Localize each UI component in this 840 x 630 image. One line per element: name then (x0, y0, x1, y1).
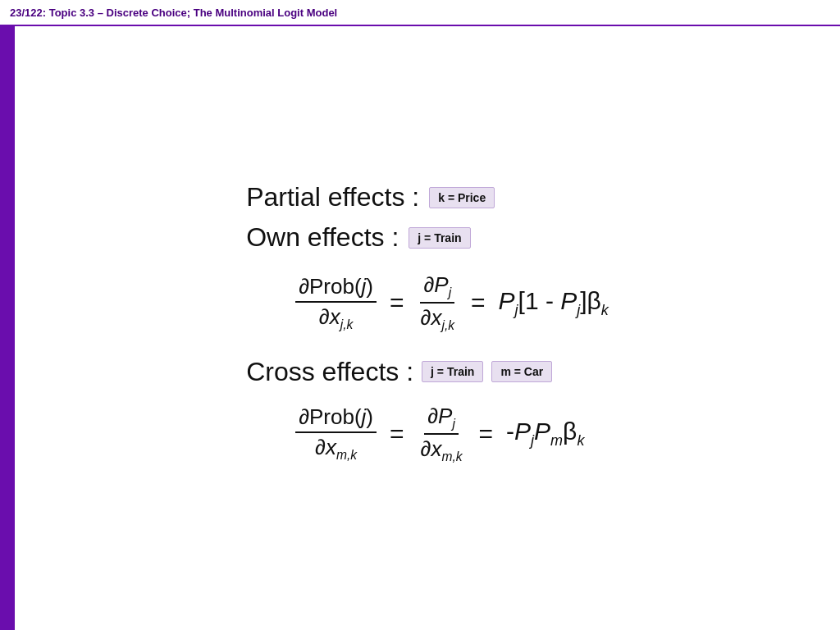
main-content: Partial effects : k = Price Own effects … (15, 26, 840, 630)
fraction-cross-right: ∂Pj ∂xm,k (418, 404, 466, 464)
fraction-own-right-numerator: ∂Pj (420, 272, 454, 304)
cross-rhs: -PjPmβk (506, 418, 584, 450)
header-bar: 23/122: Topic 3.3 – Discrete Choice; The… (0, 0, 840, 26)
cross-effects-label: Cross effects : (246, 357, 413, 387)
badge-train-own: j = Train (409, 227, 470, 249)
fraction-own-right: ∂Pj ∂xj,k (418, 272, 458, 333)
fraction-own-left: ∂Prob(j) ∂xj,k (295, 274, 377, 332)
badge-price: k = Price (429, 187, 495, 208)
partial-effects-label: Partial effects : (246, 182, 419, 212)
content-block: Partial effects : k = Price Own effects … (246, 182, 609, 474)
own-formula-row: ∂Prob(j) ∂xj,k = ∂Pj ∂xj,k = Pj[1 - Pj]β… (295, 272, 609, 333)
left-accent-bar (0, 26, 15, 630)
fraction-cross-right-numerator: ∂Pj (424, 404, 459, 435)
fraction-cross-right-denominator: ∂xm,k (418, 435, 466, 464)
fraction-cross-numerator: ∂Prob(j) (295, 404, 377, 433)
fraction-cross-denominator: ∂xm,k (312, 433, 360, 463)
own-rhs: Pj[1 - Pj]βk (499, 287, 609, 319)
fraction-own-denominator: ∂xj,k (316, 303, 356, 332)
partial-effects-row: Partial effects : k = Price (246, 182, 495, 212)
badge-train-cross: j = Train (422, 361, 483, 382)
equals-4: = (479, 420, 494, 448)
cross-formula-row: ∂Prob(j) ∂xm,k = ∂Pj ∂xm,k = -PjPmβk (295, 404, 584, 464)
own-effects-row: Own effects : j = Train (246, 222, 470, 253)
badge-car: m = Car (491, 361, 552, 382)
equals-3: = (390, 420, 404, 448)
own-effects-label: Own effects : (246, 222, 399, 253)
header-title: 23/122: Topic 3.3 – Discrete Choice; The… (10, 7, 337, 19)
fraction-cross-left: ∂Prob(j) ∂xm,k (295, 404, 377, 463)
equals-1: = (390, 289, 404, 317)
cross-effects-row: Cross effects : j = Train m = Car (246, 357, 552, 387)
equals-2: = (471, 289, 486, 317)
fraction-own-numerator: ∂Prob(j) (295, 274, 377, 303)
fraction-own-right-denominator: ∂xj,k (418, 304, 458, 333)
